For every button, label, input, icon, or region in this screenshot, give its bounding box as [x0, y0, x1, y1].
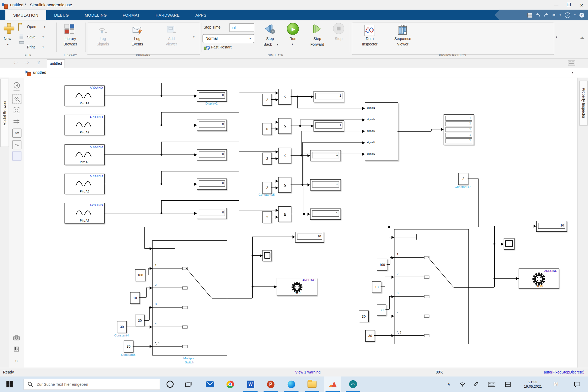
- tab-hardware[interactable]: HARDWARE: [148, 10, 188, 20]
- search-input[interactable]: [36, 382, 150, 387]
- taskbar-search[interactable]: [24, 379, 160, 390]
- breadcrumb-model-name[interactable]: untitled: [33, 70, 46, 75]
- close-button[interactable]: ×: [575, 0, 588, 9]
- screenshot-icon[interactable]: [12, 334, 20, 342]
- library-browser-button-line2[interactable]: Browser: [60, 42, 81, 46]
- sequence-viewer-button-line2[interactable]: Viewer: [392, 42, 413, 46]
- log-signals-button[interactable]: Log: [92, 37, 114, 41]
- save-caret-icon[interactable]: ▼: [42, 36, 44, 38]
- open-button[interactable]: Open: [27, 25, 36, 29]
- prepare-more-caret-icon[interactable]: ▼: [193, 36, 195, 38]
- data-inspector-icon[interactable]: [365, 25, 375, 36]
- run-icon[interactable]: ▶: [287, 23, 299, 35]
- simulation-mode-select[interactable]: Normal ▼: [203, 34, 254, 43]
- tab-debug[interactable]: DEBUG: [46, 10, 77, 20]
- tray-expand-icon[interactable]: ∧: [444, 376, 453, 392]
- property-inspector-tab[interactable]: Property Inspector: [579, 81, 587, 125]
- sequence-viewer-icon[interactable]: [397, 25, 407, 35]
- help-icon[interactable]: ?: [565, 12, 571, 18]
- log-signals-button-line2[interactable]: Signals: [92, 42, 114, 46]
- mathworks-tray-icon[interactable]: M: [550, 376, 562, 392]
- fast-restart-checkbox[interactable]: Fast Restart: [211, 45, 232, 49]
- touch-keyboard-icon[interactable]: [486, 376, 497, 392]
- status-solver[interactable]: auto(FixedStepDiscrete): [544, 370, 584, 374]
- pen-icon[interactable]: [471, 376, 481, 392]
- add-viewer-button[interactable]: Add: [161, 37, 182, 41]
- step-back-caret-icon[interactable]: ▼: [276, 44, 278, 46]
- annotation-tool-icon[interactable]: A≡: [12, 128, 21, 137]
- new-button[interactable]: New: [4, 37, 11, 41]
- minimize-button[interactable]: —: [550, 0, 562, 9]
- minimize-ribbon-icon[interactable]: ▼: [579, 13, 584, 17]
- collapse-ribbon-icon[interactable]: ▲: [580, 35, 584, 39]
- new-model-icon[interactable]: [4, 23, 14, 34]
- undo-icon[interactable]: [535, 13, 540, 17]
- nav-forward-icon[interactable]: ⇨: [25, 60, 29, 65]
- hide-browser-icon[interactable]: [12, 81, 20, 89]
- step-forward-button-line2[interactable]: Forward: [307, 42, 328, 47]
- model-tab-untitled[interactable]: untitled: [47, 59, 65, 68]
- nav-back-icon[interactable]: ⇦: [14, 60, 18, 65]
- start-button[interactable]: [1, 376, 18, 392]
- restore-button[interactable]: ❐: [562, 0, 575, 9]
- step-back-button[interactable]: Step: [259, 37, 280, 41]
- cortana-button[interactable]: [161, 376, 178, 392]
- fit-to-view-icon[interactable]: [12, 106, 20, 114]
- print-button[interactable]: Print: [27, 45, 35, 49]
- tab-simulation[interactable]: SIMULATION: [5, 10, 46, 20]
- library-browser-icon[interactable]: [65, 24, 74, 34]
- image-annotation-icon[interactable]: [12, 140, 21, 149]
- sequence-viewer-button[interactable]: Sequence: [392, 37, 413, 41]
- step-back-button-line2[interactable]: Back: [257, 42, 278, 47]
- keyboard-shortcuts-icon[interactable]: [568, 60, 575, 66]
- toolbar-overflow-caret-icon[interactable]: ▼: [555, 36, 558, 38]
- task-view-button[interactable]: [180, 376, 197, 392]
- clock[interactable]: 21:33 19.05.2021: [519, 376, 546, 392]
- model-canvas[interactable]: [24, 78, 577, 367]
- save-button[interactable]: Save: [27, 35, 35, 39]
- collapse-palette-icon[interactable]: «: [12, 356, 20, 365]
- arduino-app-icon[interactable]: ∞: [344, 376, 362, 392]
- action-center-icon[interactable]: [571, 376, 584, 392]
- tab-apps[interactable]: APPS: [188, 10, 215, 20]
- add-viewer-button-line2[interactable]: Viewer: [161, 42, 182, 46]
- edge-app-icon[interactable]: [283, 376, 300, 392]
- save-icon[interactable]: [527, 13, 532, 17]
- status-warning-link[interactable]: View 1 warning: [295, 370, 320, 374]
- wifi-icon[interactable]: [458, 376, 467, 392]
- data-inspector-button-line2[interactable]: Inspector: [359, 42, 380, 46]
- stop-button[interactable]: Stop: [333, 37, 344, 41]
- mail-app-icon[interactable]: [201, 376, 219, 392]
- zoom-tool-icon[interactable]: [12, 94, 21, 103]
- open-icon[interactable]: [18, 24, 19, 31]
- tray-display-icon[interactable]: [503, 376, 513, 392]
- data-inspector-button[interactable]: Data: [359, 37, 380, 41]
- tab-format[interactable]: FORMAT: [115, 10, 148, 20]
- run-options-icon[interactable]: ≫: [552, 13, 556, 17]
- log-events-button[interactable]: Log: [126, 37, 148, 41]
- run-caret-icon[interactable]: ▼: [291, 43, 293, 45]
- run-button[interactable]: Run: [287, 37, 298, 41]
- help-caret-icon[interactable]: ▼: [574, 14, 576, 16]
- stop-time-field[interactable]: inf: [229, 23, 254, 32]
- fast-restart-icon[interactable]: [204, 45, 209, 49]
- print-caret-icon[interactable]: ▼: [42, 46, 44, 48]
- open-caret-icon[interactable]: ▼: [44, 26, 46, 28]
- powerpoint-app-icon[interactable]: P: [262, 376, 279, 392]
- log-events-icon[interactable]: [132, 26, 144, 37]
- reroute-signals-icon[interactable]: [12, 117, 20, 125]
- chrome-app-icon[interactable]: [222, 376, 239, 392]
- library-browser-button[interactable]: Library: [60, 37, 81, 41]
- breadcrumb-caret-icon[interactable]: ▼: [571, 72, 574, 74]
- nav-up-icon[interactable]: ⇧: [37, 60, 41, 65]
- add-to-library-icon[interactable]: [12, 345, 20, 353]
- matlab-app-icon[interactable]: [324, 376, 341, 392]
- tab-modeling[interactable]: MODELING: [77, 10, 115, 20]
- model-browser-tab[interactable]: Model Browser: [0, 79, 9, 147]
- log-events-button-line2[interactable]: Events: [126, 42, 148, 46]
- word-app-icon[interactable]: W: [242, 376, 259, 392]
- area-box-icon[interactable]: [12, 152, 21, 161]
- file-explorer-app-icon[interactable]: [303, 376, 320, 392]
- run-options-caret-icon[interactable]: ▼: [559, 14, 561, 16]
- step-forward-button[interactable]: Step: [307, 37, 328, 41]
